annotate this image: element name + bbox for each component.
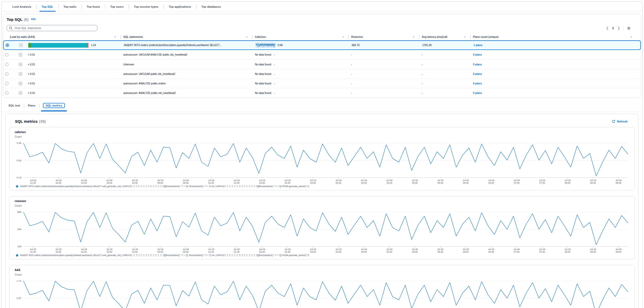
expand-row-icon[interactable]: +: [19, 53, 22, 56]
tab-plans[interactable]: Plans: [24, 100, 39, 111]
svg-text:Jul 2901:30: Jul 2901:30: [234, 179, 240, 184]
tab-top-users[interactable]: Top users: [105, 2, 129, 12]
refresh-button[interactable]: Refresh: [612, 120, 628, 123]
refresh-icon: [612, 120, 615, 123]
rows-per-sec-cell: -: [349, 63, 419, 66]
tab-lock-analysis[interactable]: Lock Analysis: [7, 2, 37, 12]
filter-caret-icon[interactable]: ▼: [342, 36, 344, 38]
table-row[interactable]: +< 0.01UnknownNo data found.---0 plans: [3, 59, 641, 69]
tab-top-session-types[interactable]: Top session types: [129, 2, 164, 12]
page-number[interactable]: 1: [612, 27, 614, 30]
filter-caret-icon[interactable]: ▼: [630, 36, 632, 38]
sql-statement-cell: autovacuum: ANALYZE public.orders: [121, 82, 252, 85]
table-row[interactable]: +< 0.01autovacuum: VACUUM public.rds_hea…: [3, 69, 641, 78]
detail-tab-bar: SQL textPlansSQL metrics: [2, 100, 642, 112]
table-row[interactable]: +< 0.01autovacuum: ANALYZE public.rds_he…: [3, 88, 641, 98]
sql-statement-link[interactable]: autovacuum: VACUUM ANALYZE public.rds_he…: [123, 53, 187, 56]
tab-top-sql[interactable]: Top SQL: [37, 2, 58, 12]
column-header-load[interactable]: Load by waits (AAS) ▼: [8, 34, 121, 40]
tab-label: Plans: [28, 104, 35, 107]
column-header-calls[interactable]: Calls/sec ▼: [252, 34, 349, 40]
load-bar-segment: [31, 43, 87, 48]
chart-panel-aae: AAECount1.710.970.23Jul 2821:30Jul 2822:…: [9, 265, 635, 308]
tab-sql-text[interactable]: SQL text: [5, 100, 24, 111]
tab-top-databases[interactable]: Top databases: [196, 2, 226, 12]
line-chart[interactable]: 0.960.540.13Jul 2821:30Jul 2822:00Jul 28…: [15, 139, 630, 185]
chart-y-axis-label: Count: [15, 204, 629, 207]
expand-row-icon[interactable]: +: [19, 91, 22, 95]
next-page-button[interactable]: ❯: [617, 26, 620, 30]
plans-link[interactable]: 0 plans: [473, 73, 482, 75]
pagination-divider: [624, 25, 624, 31]
sql-statement-link[interactable]: Unknown: [123, 63, 134, 66]
prev-page-button[interactable]: ❮: [606, 26, 609, 30]
plans-link[interactable]: 1 plans: [474, 44, 482, 47]
filter-caret-icon[interactable]: ▼: [114, 36, 116, 38]
gear-icon[interactable]: ⚙: [627, 26, 631, 30]
sql-statement-link[interactable]: INSERT INTO orders (orderId,itemDescript…: [124, 44, 222, 47]
sql-statement-link[interactable]: autovacuum: ANALYZE public.orders: [123, 82, 166, 85]
svg-text:Jul 2905:00: Jul 2905:00: [412, 179, 418, 184]
plans-link[interactable]: 0 plans: [473, 63, 482, 66]
top-sql-title: Top SQL: [7, 17, 22, 22]
calls-per-sec-cell: 0.68: [253, 43, 349, 48]
svg-text:Jul 2822:00: Jul 2822:00: [55, 179, 62, 184]
legend-label[interactable]: INSERT INTO orders (orderId,itemDescript…: [20, 185, 309, 188]
row-radio[interactable]: [5, 91, 8, 95]
row-select-cell: [3, 82, 8, 85]
info-link[interactable]: Info: [31, 18, 36, 21]
calls-per-sec-cell: No data found.-: [252, 63, 349, 66]
svg-text:Jul 2904:00: Jul 2904:00: [361, 248, 367, 253]
tab-top-waits[interactable]: Top waits: [58, 2, 82, 12]
expand-row-icon[interactable]: +: [19, 72, 22, 76]
tab-top-applications[interactable]: Top applications: [164, 2, 196, 12]
expand-row-icon[interactable]: +: [19, 43, 23, 47]
row-radio[interactable]: [5, 72, 8, 76]
row-radio[interactable]: [5, 53, 8, 56]
sql-search-box[interactable]: [7, 25, 97, 31]
tab-sql-metrics[interactable]: SQL metrics: [39, 100, 69, 111]
table-row[interactable]: +< 0.01autovacuum: VACUUM ANALYZE public…: [3, 50, 641, 59]
column-header-plans[interactable]: Plans count (unique) ▼: [470, 34, 641, 40]
svg-text:Jul 2800:00: Jul 2800:00: [157, 179, 164, 184]
plans-link[interactable]: 0 plans: [473, 82, 482, 85]
avg-latency-cell: -: [419, 82, 470, 85]
row-select-cell: [4, 43, 9, 47]
svg-text:0.97: 0.97: [17, 297, 22, 300]
table-row[interactable]: +1.24INSERT INTO orders (orderId,itemDes…: [3, 40, 641, 50]
tab-top-hosts[interactable]: Top hosts: [82, 2, 105, 12]
filter-caret-icon[interactable]: ▼: [413, 36, 415, 38]
plans-count-cell: 0 plans: [470, 73, 641, 75]
row-radio[interactable]: [5, 63, 8, 66]
sql-statement-link[interactable]: autovacuum: ANALYZE public.rds_heartbeat…: [123, 92, 176, 94]
table-row[interactable]: +< 0.01autovacuum: ANALYZE public.orders…: [3, 78, 641, 88]
svg-text:Jul 2905:30: Jul 2905:30: [437, 179, 443, 184]
expand-row-icon[interactable]: +: [19, 82, 22, 85]
filter-caret-icon[interactable]: ▼: [464, 36, 466, 38]
load-bar-segment: [28, 43, 31, 48]
column-header-rows[interactable]: Rows/sec ▼: [349, 34, 419, 40]
column-header-latency[interactable]: Avg latency (ms)/call ▼: [419, 34, 470, 40]
row-radio[interactable]: [6, 43, 9, 47]
svg-text:Jul 2822:30: Jul 2822:30: [81, 248, 87, 253]
filter-caret-icon[interactable]: ▼: [246, 36, 248, 38]
plans-link[interactable]: 0 plans: [473, 92, 482, 94]
svg-text:Jul 2907:30: Jul 2907:30: [539, 179, 545, 184]
line-chart[interactable]: 960545130Jul 2821:30Jul 2822:00Jul 2822:…: [15, 208, 630, 254]
calls-per-sec-cell: No data found.-: [252, 82, 349, 85]
sql-statement-cell: Unknown: [121, 63, 252, 66]
search-input[interactable]: [14, 26, 95, 30]
load-by-waits-cell: +< 0.01: [8, 53, 121, 56]
svg-text:Jul 2902:30: Jul 2902:30: [285, 179, 291, 184]
no-data-note: No data found.: [255, 73, 272, 75]
legend-label[interactable]: INSERT INTO orders (orderId,itemDescript…: [20, 254, 309, 257]
svg-text:Jul 2800:30: Jul 2800:30: [183, 179, 189, 184]
plans-link[interactable]: 0 plans: [473, 53, 482, 56]
chart-title: rows/sec: [15, 199, 629, 203]
expand-row-icon[interactable]: +: [19, 63, 22, 66]
avg-latency-cell: 1781.06: [420, 44, 471, 47]
sql-statement-link[interactable]: autovacuum: VACUUM public.rds_heartbeat2: [123, 73, 175, 75]
column-header-sql[interactable]: SQL statements ▼: [121, 34, 252, 40]
row-radio[interactable]: [5, 82, 8, 85]
line-chart[interactable]: 1.710.970.23Jul 2821:30Jul 2822:00Jul 28…: [15, 277, 630, 308]
